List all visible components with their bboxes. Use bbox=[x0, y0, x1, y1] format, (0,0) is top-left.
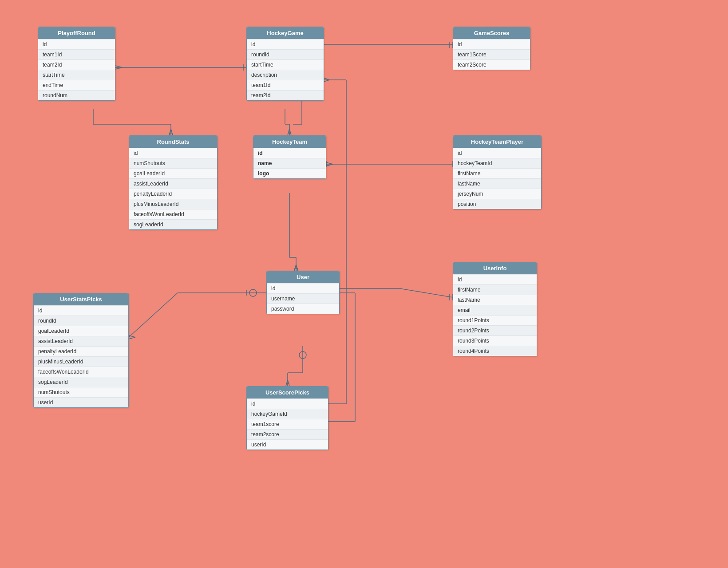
field-description: description bbox=[247, 70, 324, 80]
field-id: id bbox=[247, 39, 324, 49]
field-firstName: firstName bbox=[453, 284, 537, 295]
table-UserInfo: UserInfo id firstName lastName email rou… bbox=[453, 262, 537, 356]
field-sogLeaderId: sogLeaderId bbox=[129, 219, 217, 229]
svg-line-13 bbox=[169, 129, 171, 135]
field-team2Id: team2Id bbox=[38, 59, 115, 70]
table-HockeyGame: HockeyGame id roundId startTime descript… bbox=[246, 27, 324, 101]
field-jerseyNum: jerseyNum bbox=[453, 189, 541, 199]
field-lastName: lastName bbox=[453, 295, 537, 305]
field-userId: userId bbox=[247, 439, 328, 450]
svg-line-2 bbox=[115, 67, 122, 69]
svg-point-51 bbox=[299, 351, 306, 359]
field-id: id bbox=[247, 398, 328, 409]
field-numShutouts: numShutouts bbox=[34, 387, 128, 397]
svg-line-14 bbox=[171, 129, 173, 135]
header-HockeyTeamPlayer: HockeyTeamPlayer bbox=[453, 136, 541, 148]
svg-line-43 bbox=[400, 288, 453, 297]
field-userId: userId bbox=[34, 397, 128, 407]
field-goalLeaderId: goalLeaderId bbox=[34, 326, 128, 336]
field-assistLeaderId: assistLeaderId bbox=[34, 336, 128, 346]
header-UserInfo: UserInfo bbox=[453, 262, 537, 274]
field-position: position bbox=[453, 199, 541, 209]
table-HockeyTeamPlayer: HockeyTeamPlayer id hockeyTeamId firstNa… bbox=[453, 135, 542, 209]
table-GameScores: GameScores id team1Score team2Score bbox=[453, 27, 530, 70]
field-assistLeaderId: assistLeaderId bbox=[129, 178, 217, 189]
field-team2Id: team2Id bbox=[247, 90, 324, 100]
field-roundId: roundId bbox=[247, 49, 324, 59]
header-HockeyTeam: HockeyTeam bbox=[253, 136, 326, 148]
field-team2Score: team2Score bbox=[453, 59, 530, 70]
table-UserScorePicks: UserScorePicks id hockeyGameId team1scor… bbox=[246, 386, 328, 450]
field-name: name bbox=[253, 158, 326, 168]
header-HockeyGame: HockeyGame bbox=[247, 27, 324, 39]
svg-line-36 bbox=[129, 293, 178, 337]
diagram-container: PlayoffRound id team1Id team2Id startTim… bbox=[0, 0, 728, 568]
field-team1Id: team1Id bbox=[247, 80, 324, 90]
svg-line-26 bbox=[326, 162, 333, 164]
svg-line-37 bbox=[129, 335, 135, 337]
field-lastName: lastName bbox=[453, 178, 541, 189]
field-startTime: startTime bbox=[247, 59, 324, 70]
field-password: password bbox=[267, 304, 339, 314]
table-HockeyTeam: HockeyTeam id name logo bbox=[253, 135, 326, 179]
svg-line-53 bbox=[288, 380, 289, 386]
field-team1Score: team1Score bbox=[453, 49, 530, 59]
field-email: email bbox=[453, 305, 537, 315]
field-team1Id: team1Id bbox=[38, 49, 115, 59]
header-PlayoffRound: PlayoffRound bbox=[38, 27, 115, 39]
field-round1Points: round1Points bbox=[453, 315, 537, 325]
field-id: id bbox=[38, 39, 115, 49]
svg-line-1 bbox=[115, 66, 122, 67]
table-RoundStats: RoundStats id numShutouts goalLeaderId a… bbox=[129, 135, 218, 230]
field-hockeyTeamId: hockeyTeamId bbox=[453, 158, 541, 168]
field-id: id bbox=[267, 283, 339, 293]
field-plusMinusLeaderId: plusMinusLeaderId bbox=[34, 356, 128, 367]
field-round4Points: round4Points bbox=[453, 346, 537, 356]
field-id: id bbox=[253, 148, 326, 158]
field-hockeyGameId: hockeyGameId bbox=[247, 409, 328, 419]
field-username: username bbox=[267, 293, 339, 304]
field-logo: logo bbox=[253, 168, 326, 178]
field-sogLeaderId: sogLeaderId bbox=[34, 377, 128, 387]
table-User: User id username password bbox=[266, 271, 340, 314]
svg-line-59 bbox=[324, 80, 329, 82]
field-endTime: endTime bbox=[38, 80, 115, 90]
field-team1score: team1score bbox=[247, 419, 328, 429]
field-id: id bbox=[453, 148, 541, 158]
field-team2score: team2score bbox=[247, 429, 328, 439]
field-numShutouts: numShutouts bbox=[129, 158, 217, 168]
header-UserScorePicks: UserScorePicks bbox=[247, 387, 328, 398]
svg-line-27 bbox=[326, 164, 333, 166]
header-User: User bbox=[267, 271, 339, 283]
header-RoundStats: RoundStats bbox=[129, 136, 217, 148]
svg-line-58 bbox=[324, 78, 329, 80]
field-round3Points: round3Points bbox=[453, 335, 537, 346]
header-UserStatsPicks: UserStatsPicks bbox=[34, 293, 128, 305]
svg-line-19 bbox=[288, 129, 289, 135]
svg-line-33 bbox=[296, 264, 298, 271]
field-firstName: firstName bbox=[453, 168, 541, 178]
field-faceoffsWonLeaderId: faceoffsWonLeaderId bbox=[129, 209, 217, 219]
table-PlayoffRound: PlayoffRound id team1Id team2Id startTim… bbox=[38, 27, 115, 101]
svg-point-40 bbox=[249, 289, 257, 296]
field-roundNum: roundNum bbox=[38, 90, 115, 100]
field-penaltyLeaderId: penaltyLeaderId bbox=[129, 189, 217, 199]
field-id: id bbox=[453, 274, 537, 284]
field-roundId: roundId bbox=[34, 316, 128, 326]
table-UserStatsPicks: UserStatsPicks id roundId goalLeaderId a… bbox=[33, 293, 129, 408]
field-plusMinusLeaderId: plusMinusLeaderId bbox=[129, 199, 217, 209]
field-penaltyLeaderId: penaltyLeaderId bbox=[34, 346, 128, 356]
field-round2Points: round2Points bbox=[453, 325, 537, 335]
svg-line-38 bbox=[129, 337, 135, 339]
svg-line-52 bbox=[286, 380, 288, 386]
field-id: id bbox=[129, 148, 217, 158]
svg-line-32 bbox=[294, 264, 296, 271]
field-id: id bbox=[453, 39, 530, 49]
field-goalLeaderId: goalLeaderId bbox=[129, 168, 217, 178]
field-id: id bbox=[34, 305, 128, 316]
field-startTime: startTime bbox=[38, 70, 115, 80]
field-faceoffsWonLeaderId: faceoffsWonLeaderId bbox=[34, 367, 128, 377]
header-GameScores: GameScores bbox=[453, 27, 530, 39]
svg-line-20 bbox=[289, 129, 291, 135]
